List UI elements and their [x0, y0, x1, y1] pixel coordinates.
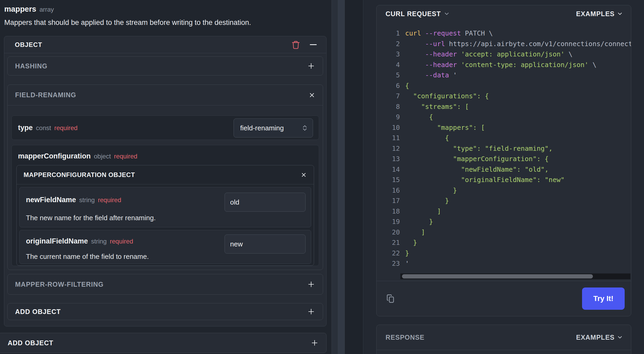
response-examples-button[interactable]: EXAMPLES	[576, 334, 623, 341]
curl-request-title: CURL REQUEST	[386, 10, 441, 18]
curl-request-title-button[interactable]: CURL REQUEST	[386, 10, 450, 18]
mapper-configuration-required-badge: required	[114, 153, 137, 160]
page-gutter	[345, 0, 363, 354]
code-line-number: 2	[377, 40, 400, 48]
collapse-object-button[interactable]	[310, 44, 317, 45]
section-hashing[interactable]: HASHING	[7, 56, 323, 76]
code-line-text: ]	[405, 228, 425, 236]
code-line: 20 ]	[377, 227, 631, 238]
code-line: 4 --header 'content-type: application/js…	[377, 60, 631, 70]
code-line: 9 {	[377, 112, 631, 122]
response-title: RESPONSE	[386, 334, 424, 341]
code-line: 5 --data '	[377, 70, 631, 81]
code-line: 11 {	[377, 133, 631, 143]
new-field-name-input[interactable]	[225, 193, 306, 212]
close-icon	[301, 172, 307, 178]
request-preview-column: CURL REQUEST EXAMPLES 1curl --request PA…	[363, 0, 644, 354]
add-object-inner-plus[interactable]	[307, 307, 315, 316]
code-line-number: 11	[377, 134, 400, 142]
copy-icon	[386, 294, 396, 304]
code-line-text: "mappers": [	[405, 124, 485, 131]
code-line-text: {	[405, 113, 433, 121]
section-mapper-row-filtering[interactable]: MAPPER-ROW-FILTERING	[7, 274, 323, 295]
field-renaming-label: FIELD-RENAMING	[15, 91, 76, 99]
remove-mapper-configuration-button[interactable]	[301, 172, 307, 178]
code-line-text: }	[405, 249, 409, 257]
new-field-name-row: newFieldName string required The new nam…	[19, 187, 311, 227]
section-hashing-label: HASHING	[15, 62, 47, 70]
original-field-name-row: originalFieldName string required The cu…	[19, 230, 311, 264]
remove-field-renaming-button[interactable]	[308, 92, 315, 99]
code-line-text: }	[405, 197, 449, 205]
column-scrollbar-track[interactable]	[332, 0, 338, 354]
code-line: 23'	[377, 258, 631, 269]
code-line-text: ]	[405, 207, 441, 215]
chevron-down-icon	[617, 334, 623, 340]
code-horizontal-scrollbar-thumb[interactable]	[402, 274, 593, 278]
code-line-text: --url https://api.airbyte.com/v1/connect…	[405, 40, 631, 48]
chevron-down-icon	[617, 11, 623, 17]
object-panel: OBJECT HASHING	[4, 36, 327, 326]
add-object-inner-label: ADD OBJECT	[15, 308, 61, 316]
code-line: 6{	[377, 81, 631, 91]
type-select-value: field-renaming	[240, 124, 284, 132]
curl-examples-button[interactable]: EXAMPLES	[576, 10, 623, 18]
code-line-number: 1	[377, 29, 400, 37]
curl-request-panel: CURL REQUEST EXAMPLES 1curl --request PA…	[376, 5, 631, 316]
original-field-name-required-badge: required	[110, 238, 133, 245]
code-line-number: 14	[377, 166, 400, 173]
code-line-number: 4	[377, 61, 400, 69]
add-object-inner-button[interactable]: ADD OBJECT	[7, 303, 323, 320]
code-line-number: 22	[377, 249, 400, 257]
mapper-configuration-panel-title: MAPPERCONFIGURATION OBJECT	[24, 171, 135, 179]
code-line: 18 ]	[377, 206, 631, 217]
property-title: mappers array	[4, 5, 54, 14]
code-line: 13 "mapperConfiguration": {	[377, 154, 631, 164]
column-resize-gutter[interactable]	[338, 0, 345, 354]
mapper-configuration-meta: object	[94, 153, 111, 160]
response-panel: RESPONSE EXAMPLES	[376, 325, 631, 354]
response-header: RESPONSE EXAMPLES	[377, 325, 631, 350]
code-line-text: {	[405, 82, 409, 90]
add-object-outer-plus[interactable]	[310, 339, 319, 347]
original-field-name-label: originalFieldName	[26, 237, 88, 245]
new-field-name-required-badge: required	[98, 196, 121, 204]
chevron-down-icon	[444, 11, 450, 17]
code-line-text: "newFieldName": "old",	[405, 166, 549, 173]
code-line: 2 --url https://api.airbyte.com/v1/conne…	[377, 39, 631, 49]
property-name: mappers	[4, 5, 36, 14]
code-line-text: '	[405, 260, 409, 267]
code-horizontal-scrollbar[interactable]	[400, 273, 630, 279]
expand-mapper-row-filtering-button[interactable]	[307, 280, 315, 289]
type-select[interactable]: field-renaming	[234, 118, 313, 138]
object-panel-header: OBJECT	[4, 36, 326, 53]
code-line-text: }	[405, 218, 433, 225]
expand-hashing-button[interactable]	[307, 62, 315, 70]
code-lines: 1curl --request PATCH \2 --url https://a…	[377, 23, 631, 279]
try-it-button[interactable]: Try It!	[582, 287, 625, 310]
code-line-number: 10	[377, 124, 400, 131]
code-line-number: 18	[377, 207, 400, 215]
code-line: 3 --header 'accept: application/json' \	[377, 49, 631, 60]
code-line-number: 19	[377, 218, 400, 225]
copy-code-button[interactable]	[386, 294, 396, 304]
code-line-number: 7	[377, 92, 400, 100]
new-field-name-label: newFieldName	[26, 196, 76, 204]
type-field-meta: const	[36, 124, 51, 132]
mapper-configuration-panel-header: MAPPERCONFIGURATION OBJECT	[17, 165, 314, 184]
delete-object-button[interactable]	[291, 40, 300, 49]
original-field-name-input[interactable]	[225, 234, 306, 254]
select-updown-icon	[301, 124, 308, 132]
code-line-number: 3	[377, 50, 400, 58]
add-object-outer-button[interactable]: ADD OBJECT	[0, 333, 327, 353]
curl-request-footer: Try It!	[377, 281, 631, 316]
code-line: 1curl --request PATCH \	[377, 28, 631, 39]
plus-icon	[310, 339, 319, 347]
mapper-configuration-title: mapperConfiguration object required	[12, 145, 319, 160]
plus-icon	[307, 62, 315, 70]
new-field-name-meta: string	[79, 196, 95, 204]
schema-form-column: mappers array Mappers that should be app…	[0, 0, 330, 354]
object-panel-title: OBJECT	[15, 41, 42, 48]
code-line: 21 }	[377, 237, 631, 248]
trash-icon	[291, 40, 300, 49]
